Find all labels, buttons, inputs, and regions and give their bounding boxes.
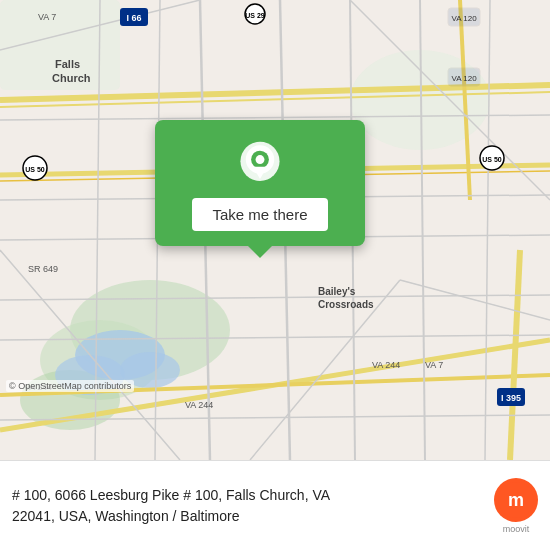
info-bar: # 100, 6066 Leesburg Pike # 100, Falls C…: [0, 460, 550, 550]
moovit-icon: m: [494, 478, 538, 522]
svg-text:VA 244: VA 244: [185, 400, 213, 410]
address-block: # 100, 6066 Leesburg Pike # 100, Falls C…: [12, 485, 484, 527]
svg-text:I 66: I 66: [126, 13, 141, 23]
svg-text:m: m: [508, 490, 524, 510]
map-popup: Take me there: [155, 120, 365, 246]
address-line2: 22041, USA, Washington / Baltimore: [12, 506, 484, 527]
take-me-there-button[interactable]: Take me there: [192, 198, 327, 231]
svg-text:VA 120: VA 120: [451, 14, 477, 23]
svg-text:US 29: US 29: [245, 12, 265, 19]
address-line1: # 100, 6066 Leesburg Pike # 100, Falls C…: [12, 485, 484, 506]
svg-text:VA 7: VA 7: [38, 12, 56, 22]
svg-text:US 50: US 50: [25, 166, 45, 173]
moovit-logo: m moovit: [494, 478, 538, 534]
svg-text:I 395: I 395: [501, 393, 521, 403]
moovit-label: moovit: [503, 524, 530, 534]
svg-text:VA 7: VA 7: [425, 360, 443, 370]
location-pin-icon: [236, 140, 284, 188]
osm-credit: © OpenStreetMap contributors: [6, 380, 134, 392]
svg-text:Crossroads: Crossroads: [318, 299, 374, 310]
svg-text:SR 649: SR 649: [28, 264, 58, 274]
svg-point-64: [256, 155, 265, 164]
svg-text:Bailey's: Bailey's: [318, 286, 356, 297]
svg-text:VA 120: VA 120: [451, 74, 477, 83]
svg-text:VA 244: VA 244: [372, 360, 400, 370]
svg-text:US 50: US 50: [482, 156, 502, 163]
svg-text:Church: Church: [52, 72, 91, 84]
svg-text:Falls: Falls: [55, 58, 80, 70]
map-container: I 66 US 29 VA 120 VA 120 I 66 US 50 US 5…: [0, 0, 550, 460]
